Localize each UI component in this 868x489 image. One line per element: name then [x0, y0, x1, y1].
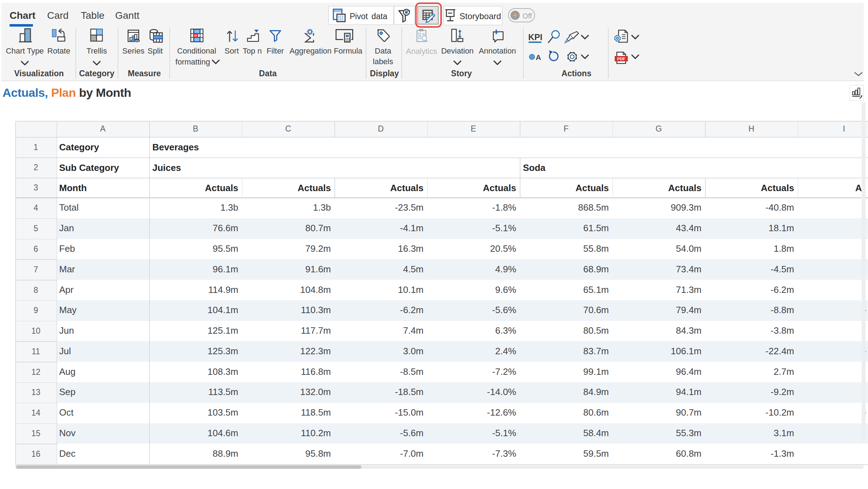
svg-text:PDF: PDF — [617, 57, 625, 61]
